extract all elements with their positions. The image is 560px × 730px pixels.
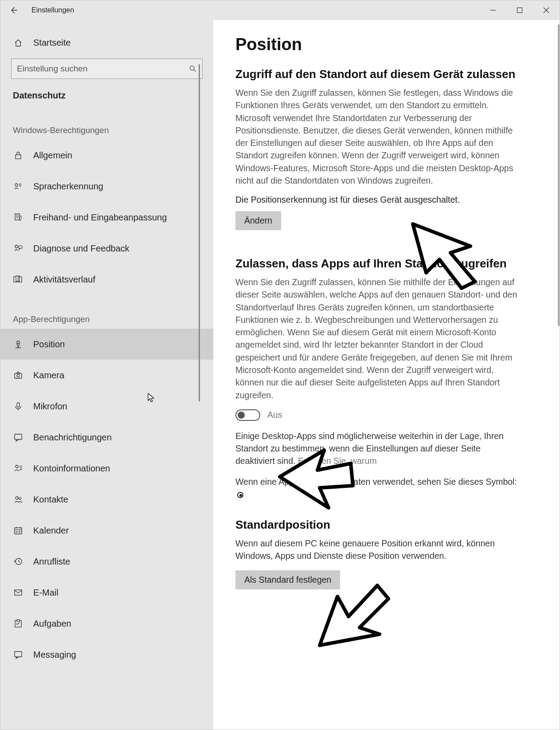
- svg-rect-13: [19, 246, 22, 248]
- svg-rect-21: [15, 434, 22, 440]
- svg-point-26: [16, 497, 18, 499]
- history-icon: [13, 557, 23, 566]
- svg-point-17: [17, 341, 20, 344]
- set-default-button[interactable]: Als Standard festlegen: [235, 570, 340, 589]
- category-heading: Datenschutz: [0, 82, 213, 106]
- search-placeholder: Einstellung suchen: [17, 64, 189, 74]
- titlebar: Einstellungen: [0, 0, 560, 20]
- nav-home[interactable]: Startseite: [0, 31, 213, 55]
- close-button[interactable]: [533, 0, 560, 20]
- nav-label: Kontakte: [33, 495, 68, 505]
- section2-note: Einige Desktop-Apps sind möglicherweise …: [235, 430, 519, 467]
- main-panel: Position Zugriff auf den Standort auf di…: [213, 20, 560, 730]
- messaging-icon: [13, 650, 23, 659]
- sidebar-scrollbar[interactable]: [199, 64, 200, 401]
- nav-label: Kontoinformationen: [33, 463, 110, 474]
- nav-diagnose[interactable]: Diagnose und Feedback: [0, 233, 213, 264]
- section2-body: Wenn Sie den Zugriff zulassen, können Si…: [235, 276, 519, 401]
- tasks-icon: [13, 619, 23, 628]
- nav-label: Messaging: [33, 650, 76, 660]
- svg-point-4: [190, 66, 195, 71]
- nav-kalender[interactable]: Kalender: [0, 515, 213, 546]
- nav-label: Aufgaben: [33, 619, 71, 629]
- maximize-button[interactable]: [506, 0, 533, 20]
- symbol-note: Wenn eine App Ihre Positionsdaten verwen…: [235, 475, 519, 501]
- nav-allgemein[interactable]: Allgemein: [0, 140, 213, 171]
- svg-rect-1: [517, 8, 522, 13]
- nav-label: Anrufliste: [33, 557, 70, 567]
- group-app-perms: App-Berechtigungen: [0, 295, 213, 329]
- section1-status: Die Positionserkennung ist für dieses Ge…: [235, 195, 537, 205]
- email-icon: [13, 588, 23, 597]
- back-button[interactable]: [0, 0, 27, 20]
- nav-messaging[interactable]: Messaging: [0, 639, 213, 670]
- section1-body: Wenn Sie den Zugriff zulassen, können Si…: [235, 86, 519, 187]
- svg-rect-8: [15, 214, 20, 220]
- svg-point-22: [16, 465, 18, 468]
- nav-label: Allgemein: [33, 150, 72, 161]
- nav-label: Benachrichtigungen: [33, 432, 112, 443]
- svg-point-27: [19, 498, 21, 500]
- svg-point-12: [15, 245, 18, 248]
- section2-heading: Zulassen, dass Apps auf Ihren Standort z…: [235, 257, 537, 271]
- section3-heading: Standardposition: [235, 518, 537, 532]
- nav-label: Mikrofon: [33, 401, 67, 412]
- nav-position[interactable]: Position: [0, 329, 213, 360]
- minimize-button[interactable]: [480, 0, 506, 20]
- notifications-icon: [13, 433, 23, 442]
- speech-icon: [13, 182, 23, 191]
- section3-body: Wenn auf diesem PC keine genauere Positi…: [235, 537, 519, 562]
- nav-home-label: Startseite: [33, 38, 70, 48]
- annotation-arrow-icon: [311, 579, 391, 654]
- nav-label: Freihand- und Eingabeanpassung: [33, 212, 167, 223]
- calendar-icon: [13, 526, 23, 535]
- location-icon: [13, 340, 23, 349]
- svg-line-5: [194, 70, 196, 72]
- nav-label: Spracherkennung: [33, 181, 103, 192]
- home-icon: [13, 39, 23, 47]
- nav-kamera[interactable]: Kamera: [0, 360, 213, 391]
- group-windows-perms: Windows-Berechtigungen: [0, 106, 213, 140]
- nav-label: E-Mail: [33, 588, 59, 598]
- nav-aufgaben[interactable]: Aufgaben: [0, 608, 213, 639]
- nav-email[interactable]: E-Mail: [0, 577, 213, 608]
- camera-icon: [13, 371, 23, 380]
- nav-mikrofon[interactable]: Mikrofon: [0, 391, 213, 422]
- nav-label: Position: [33, 339, 65, 349]
- nav-benachrichtigungen[interactable]: Benachrichtigungen: [0, 422, 213, 453]
- nav-spracherkennung[interactable]: Spracherkennung: [0, 171, 213, 202]
- learn-why-link[interactable]: Erfahren Sie, warum: [298, 456, 377, 466]
- lock-icon: [13, 151, 23, 160]
- nav-anrufliste[interactable]: Anrufliste: [0, 546, 213, 577]
- nav-konto[interactable]: Kontoinformationen: [0, 453, 213, 484]
- svg-point-19: [17, 374, 20, 377]
- account-icon: [13, 464, 23, 473]
- main-scrollbar[interactable]: [558, 24, 560, 326]
- nav-label: Aktivitätsverlauf: [33, 275, 95, 285]
- nav-freihand[interactable]: Freihand- und Eingabeanpassung: [0, 202, 213, 233]
- inking-icon: [13, 213, 23, 222]
- window-title: Einstellungen: [27, 6, 74, 14]
- svg-rect-38: [17, 620, 20, 621]
- change-button[interactable]: Ändern: [235, 211, 281, 230]
- svg-rect-36: [15, 590, 22, 595]
- nav-kontakte[interactable]: Kontakte: [0, 484, 213, 515]
- microphone-icon: [13, 402, 23, 411]
- page-title: Position: [235, 35, 537, 54]
- app-location-toggle[interactable]: [235, 409, 260, 421]
- activity-icon: [13, 275, 23, 284]
- search-icon: [189, 65, 197, 73]
- svg-rect-6: [16, 155, 21, 159]
- nav-label: Kalender: [33, 526, 69, 536]
- svg-rect-28: [15, 528, 22, 534]
- section1-heading: Zugriff auf den Standort auf diesem Gerä…: [235, 67, 537, 81]
- nav-aktivitaet[interactable]: Aktivitätsverlauf: [0, 264, 213, 295]
- feedback-icon: [13, 244, 23, 253]
- contacts-icon: [13, 495, 23, 504]
- nav-label: Diagnose und Feedback: [33, 243, 129, 254]
- toggle-state-label: Aus: [267, 410, 282, 420]
- sidebar: Startseite Einstellung suchen Datenschut…: [0, 20, 213, 730]
- search-input[interactable]: Einstellung suchen: [11, 59, 203, 79]
- nav-label: Kamera: [33, 370, 64, 381]
- svg-point-7: [15, 184, 18, 186]
